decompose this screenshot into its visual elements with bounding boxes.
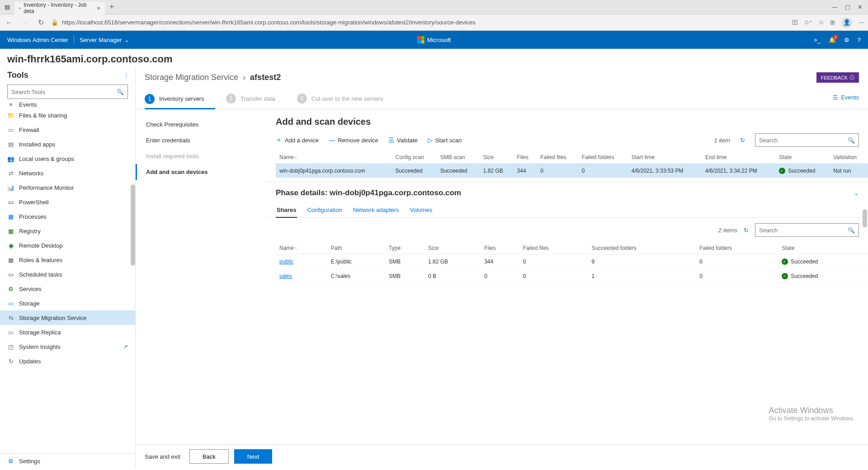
favorite-icon[interactable]: ✩ [819, 19, 824, 26]
tab-volumes[interactable]: Volumes [409, 204, 434, 217]
col-size[interactable]: Size [480, 151, 514, 164]
sidebar-item-firewall[interactable]: ▭Firewall [0, 122, 135, 137]
profile-avatar[interactable]: 👤 [841, 17, 852, 28]
sidebar-item-powershell[interactable]: ▭PowerShell [0, 195, 135, 209]
sidebar-item-system-insights[interactable]: ◫System Insights↗ [0, 339, 135, 354]
share-link[interactable]: sales [279, 273, 292, 279]
sidebar-item-services[interactable]: ⚙Services [0, 282, 135, 296]
col-name[interactable]: Name↑ [276, 242, 327, 254]
notifications-icon[interactable]: 🔔1 [829, 37, 836, 43]
col-type[interactable]: Type [385, 242, 425, 254]
sidebar-item-events[interactable]: ≡Events [0, 103, 135, 108]
start-scan-button[interactable]: ▷Start scan [428, 136, 462, 144]
table-row[interactable]: salesC:\salesSMB0 B0010✓Succeeded [276, 269, 868, 283]
collections-icon[interactable]: ⊞ [830, 19, 835, 26]
more-icon[interactable]: ⋯ [859, 19, 864, 26]
help-icon[interactable]: ? [858, 37, 861, 43]
close-window-icon[interactable]: ✕ [858, 4, 863, 10]
sidebar-item-storage[interactable]: ▭Storage [0, 296, 135, 310]
save-and-exit-link[interactable]: Save and exit [145, 453, 180, 460]
sidebar-item-processes[interactable]: ▦Processes [0, 209, 135, 224]
col-validation[interactable]: Validation [830, 151, 868, 164]
new-tab-button[interactable]: + [105, 2, 119, 12]
col-config-scan[interactable]: Config scan [392, 151, 437, 164]
col-state[interactable]: State [778, 242, 868, 254]
wizard-step-1[interactable]: 1Inventory servers [145, 89, 215, 109]
maximize-icon[interactable]: ▢ [845, 4, 850, 10]
phase-search-input[interactable] [759, 227, 848, 234]
scrollbar-thumb[interactable] [131, 184, 135, 266]
context-dropdown[interactable]: Server Manager ⌄ [80, 37, 129, 43]
col-failed-folders[interactable]: Failed folders [578, 151, 628, 164]
col-failed-files[interactable]: Failed files [537, 151, 578, 164]
sidebar-item-scheduled-tasks[interactable]: ▭Scheduled tasks [0, 267, 135, 282]
validate-button[interactable]: ☰Validate [388, 136, 418, 144]
wizard-step-2[interactable]: 2Transfer data [226, 89, 286, 109]
phase-search[interactable]: 🔍 [755, 223, 859, 237]
col-failed-folders[interactable]: Failed folders [696, 242, 778, 254]
sidebar-item-registry[interactable]: ▦Registry [0, 224, 135, 238]
wizard-step-3[interactable]: 3Cut over to the new servers [297, 89, 394, 109]
collapse-sidebar-icon[interactable]: 〈 [122, 71, 128, 80]
table-row[interactable]: win-dobj0p41pga.corp.contoso.comSucceede… [276, 164, 868, 178]
devices-search[interactable]: 🔍 [755, 133, 859, 147]
feedback-button[interactable]: FEEDBACK ⓘ [816, 72, 859, 83]
next-button[interactable]: Next [234, 449, 273, 464]
refresh-button[interactable]: ↻ [740, 137, 745, 144]
sidebar-item-installed-apps[interactable]: ▤Installed apps [0, 137, 135, 151]
tools-search-input[interactable] [11, 89, 117, 95]
phase-refresh-button[interactable]: ↻ [744, 227, 749, 234]
minimize-icon[interactable]: — [832, 4, 838, 10]
refresh-icon[interactable]: ↻ [36, 18, 46, 27]
sidebar-item-local-users-groups[interactable]: 👥Local users & groups [0, 151, 135, 166]
scrollbar-thumb[interactable] [863, 209, 867, 227]
back-button[interactable]: Back [189, 449, 229, 464]
tab-configuration[interactable]: Configuration [306, 204, 343, 217]
browser-tab[interactable]: ▫ Inventory - Inventory - Job deta × [14, 2, 105, 14]
back-icon[interactable]: ← [4, 19, 14, 27]
sidebar-item-files-file-sharing[interactable]: 📁Files & file sharing [0, 108, 135, 122]
add-device-button[interactable]: ＋Add a device [276, 136, 319, 144]
tab-shares[interactable]: Shares [276, 204, 297, 218]
sidebar-item-storage-replica[interactable]: ▭Storage Replica [0, 325, 135, 339]
collapse-phase-icon[interactable]: ⌄ [854, 190, 859, 197]
col-name[interactable]: Name↑ [276, 151, 392, 164]
col-files[interactable]: Files [481, 242, 519, 254]
col-start-time[interactable]: Start time [628, 151, 702, 164]
console-icon[interactable]: >_ [814, 37, 821, 43]
col-end-time[interactable]: End time [702, 151, 775, 164]
col-state[interactable]: State [775, 151, 830, 164]
events-link[interactable]: ☰Events [833, 94, 859, 104]
table-row[interactable]: publicE:\publicSMB1.82 GB344090✓Succeede… [276, 254, 868, 269]
tools-search[interactable]: 🔍 [7, 85, 128, 99]
devices-search-input[interactable] [759, 137, 848, 144]
col-failed-files[interactable]: Failed files [519, 242, 588, 254]
remove-device-button[interactable]: —Remove device [329, 136, 378, 144]
sidebar-item-settings[interactable]: ⚙ Settings [0, 453, 135, 468]
col-path[interactable]: Path [327, 242, 385, 254]
star-add-icon[interactable]: ✩⁺ [804, 19, 812, 26]
tools-list[interactable]: ≡Events📁Files & file sharing▭Firewall▤In… [0, 103, 135, 453]
sidebar-item-remote-desktop[interactable]: ◉Remote Desktop [0, 238, 135, 253]
share-link[interactable]: public [279, 258, 293, 265]
sidebar-item-performance-monitor[interactable]: 📊Performance Monitor [0, 180, 135, 195]
address-bar[interactable]: 🔒 https://localhost:6516/servermanager/c… [51, 19, 787, 26]
close-icon[interactable]: × [97, 5, 100, 12]
subnav-add-and-scan-devices[interactable]: Add and scan devices [136, 164, 267, 180]
key-icon[interactable]: ⚿ [792, 19, 798, 26]
breadcrumb-parent[interactable]: Storage Migration Service [145, 73, 238, 82]
wac-title[interactable]: Windows Admin Center [7, 37, 68, 43]
col-smb-scan[interactable]: SMB scan [437, 151, 480, 164]
settings-icon[interactable]: ⚙ [844, 37, 849, 43]
col-size[interactable]: Size [425, 242, 481, 254]
subnav-enter-credentials[interactable]: Enter credentials [136, 132, 267, 148]
app-menu-icon[interactable]: ▤ [0, 0, 14, 14]
sidebar-item-networks[interactable]: ⇄Networks [0, 166, 135, 180]
sidebar-item-roles-features[interactable]: ▦Roles & features [0, 253, 135, 267]
sidebar-item-storage-migration-service[interactable]: ⇆Storage Migration Service [0, 310, 135, 325]
col-files[interactable]: Files [514, 151, 537, 164]
sidebar-item-updates[interactable]: ↻Updates [0, 354, 135, 368]
col-succeeded-folders[interactable]: Succeeded folders [588, 242, 696, 254]
tab-network-adapters[interactable]: Network adapters [352, 204, 400, 217]
subnav-check-prerequisites[interactable]: Check Prerequisites [136, 117, 267, 132]
